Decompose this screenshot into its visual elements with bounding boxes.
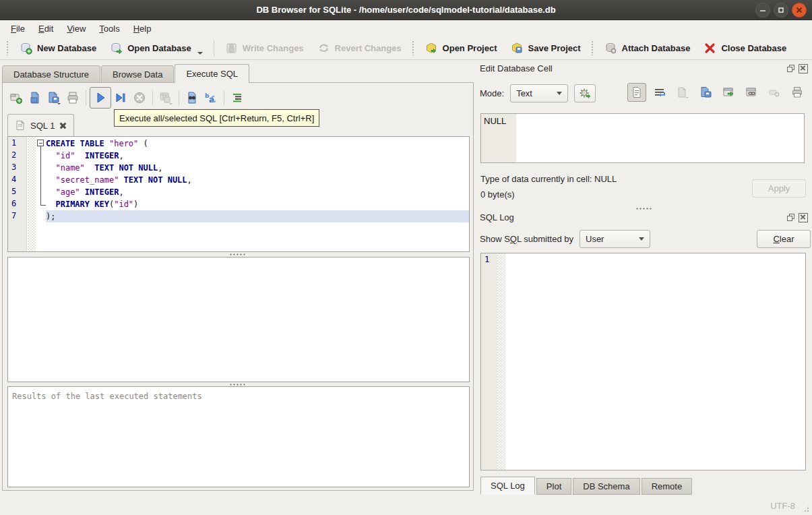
write-changes-button[interactable]: Write Changes <box>218 38 311 58</box>
save-results-icon <box>158 91 173 104</box>
log-filter-label: Show SQL submitted by <box>480 234 573 244</box>
word-wrap-button[interactable] <box>650 83 669 102</box>
tab-execute-sql[interactable]: Execute SQL <box>175 64 249 83</box>
close-panel-icon[interactable] <box>799 64 808 73</box>
new-database-label: New Database <box>37 43 96 53</box>
fold-collapse-icon[interactable] <box>37 140 44 146</box>
new-database-icon <box>20 42 32 55</box>
auto-switch-mode-button[interactable] <box>574 84 596 102</box>
open-project-icon <box>425 42 438 55</box>
open-sql-file-button[interactable] <box>26 88 44 107</box>
toolbar-drag-handle[interactable] <box>591 40 594 55</box>
apply-button[interactable]: Apply <box>752 179 806 198</box>
window-controls <box>755 3 807 18</box>
open-database-dropdown-icon[interactable] <box>197 52 203 55</box>
messages-pane[interactable]: Results of the last executed statements <box>7 386 470 487</box>
sql-document-icon <box>15 120 26 131</box>
tab-sql-log[interactable]: SQL Log <box>480 477 535 495</box>
revert-changes-button[interactable]: Revert Changes <box>311 38 408 58</box>
print-cell-button[interactable] <box>788 83 807 102</box>
edit-cell-title: Edit Database Cell <box>480 63 553 73</box>
fold-margin[interactable] <box>36 137 46 251</box>
save-project-icon <box>511 42 524 55</box>
edit-cell-header: Edit Database Cell <box>480 63 808 73</box>
menu-edit[interactable]: Edit <box>32 22 60 36</box>
print-icon <box>66 91 80 104</box>
save-project-label: Save Project <box>528 43 581 53</box>
open-project-button[interactable]: Open Project <box>418 38 504 58</box>
log-filter-select[interactable]: User <box>580 230 650 248</box>
close-database-label: Close Database <box>721 43 786 53</box>
maximize-icon[interactable] <box>774 3 788 18</box>
mode-select[interactable]: Text <box>510 84 568 102</box>
open-database-button[interactable]: Open Database <box>103 38 210 58</box>
print-sql-button[interactable] <box>63 88 82 107</box>
tab-plot[interactable]: Plot <box>536 478 571 495</box>
sql-code[interactable]: CREATE TABLE "hero" ( "id" INTEGER, "nam… <box>46 137 469 222</box>
text-mode-button[interactable] <box>627 83 646 102</box>
save-results-button[interactable] <box>156 88 175 107</box>
close-panel-icon[interactable] <box>799 213 808 222</box>
splitter-handle[interactable] <box>3 252 473 256</box>
execute-all-button[interactable] <box>90 87 111 109</box>
tab-remote[interactable]: Remote <box>642 478 693 495</box>
resize-grip[interactable] <box>801 504 810 513</box>
statusbar: UTF-8 <box>0 495 812 515</box>
menu-help[interactable]: Help <box>127 22 158 36</box>
float-panel-icon[interactable] <box>786 64 796 73</box>
sql-tab-label: SQL 1 <box>30 121 55 131</box>
write-changes-label: Write Changes <box>243 43 304 53</box>
format-sql-button[interactable] <box>228 88 247 107</box>
symbol-margin <box>28 137 36 251</box>
sql-tab-close-icon[interactable] <box>59 122 67 129</box>
menu-tools[interactable]: Tools <box>92 22 126 36</box>
cell-value-editor[interactable]: NULL <box>480 113 805 163</box>
set-null-button[interactable] <box>765 83 784 102</box>
close-database-button[interactable]: Close Database <box>697 38 793 58</box>
open-sql-file-icon <box>28 91 42 104</box>
close-icon[interactable] <box>792 3 807 18</box>
copy-link-button[interactable] <box>742 83 761 102</box>
tab-database-structure[interactable]: Database Structure <box>2 65 100 83</box>
stop-button[interactable] <box>130 88 149 107</box>
code-line: "age" INTEGER, <box>46 186 469 198</box>
new-database-button[interactable]: New Database <box>13 38 103 58</box>
find-button[interactable] <box>183 88 201 107</box>
open-database-label: Open Database <box>127 43 191 53</box>
results-grid-pane[interactable] <box>7 257 470 382</box>
tab-db-schema[interactable]: DB Schema <box>573 478 639 495</box>
sql-log-view[interactable]: 1 <box>480 253 806 471</box>
import-cell-button[interactable] <box>673 83 692 102</box>
autocomplete-button[interactable]: b a <box>201 88 220 107</box>
chevron-down-icon <box>557 92 562 95</box>
save-sql-file-button[interactable] <box>44 88 63 107</box>
open-external-button[interactable] <box>719 83 738 102</box>
export-cell-button[interactable] <box>696 83 715 102</box>
app-window: DB Browser for SQLite - /home/user/code/… <box>0 0 812 515</box>
revert-changes-icon <box>317 42 330 55</box>
menu-file[interactable]: File <box>4 22 32 36</box>
toolbar-drag-handle[interactable] <box>6 40 9 55</box>
new-sql-tab-icon <box>9 91 23 104</box>
code-line: "secret_name" TEXT NOT NULL, <box>46 174 469 186</box>
titlebar[interactable]: DB Browser for SQLite - /home/user/code/… <box>0 0 812 20</box>
dock-splitter-handle[interactable] <box>476 206 812 210</box>
clear-log-button[interactable]: Clear <box>757 230 811 248</box>
sql-toolbar-separator <box>152 90 153 105</box>
toolbar-drag-handle[interactable] <box>412 40 415 55</box>
minimize-icon[interactable] <box>755 3 770 18</box>
menu-view[interactable]: View <box>60 22 92 36</box>
sql-tab[interactable]: SQL 1 <box>7 114 74 136</box>
float-panel-icon[interactable] <box>786 213 796 222</box>
execute-line-button[interactable] <box>111 88 130 107</box>
log-line-number-gutter: 1 <box>481 253 497 470</box>
tab-browse-data[interactable]: Browse Data <box>101 65 174 83</box>
attach-database-button[interactable]: Attach Database <box>598 38 697 58</box>
encoding-indicator[interactable]: UTF-8 <box>770 501 795 511</box>
gear-icon <box>579 88 591 100</box>
sql-toolbar-separator <box>224 90 224 105</box>
save-project-button[interactable]: Save Project <box>504 38 588 58</box>
new-sql-tab-button[interactable] <box>7 88 26 107</box>
write-changes-icon <box>225 42 238 55</box>
sql-editor[interactable]: 1234567 CREATE TABLE "hero" ( "id" INTEG… <box>7 136 470 252</box>
